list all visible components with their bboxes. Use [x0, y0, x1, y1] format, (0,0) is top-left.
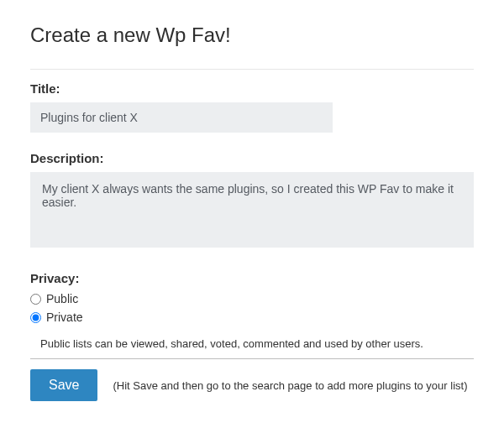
- description-label: Description:: [30, 151, 474, 165]
- privacy-radio-private[interactable]: [30, 312, 41, 323]
- privacy-radio-public[interactable]: [30, 294, 41, 305]
- privacy-label: Privacy:: [30, 271, 474, 285]
- privacy-radio-public-label: Public: [46, 292, 78, 305]
- description-input[interactable]: [30, 172, 474, 248]
- privacy-option-public[interactable]: Public: [30, 292, 474, 305]
- top-divider: [30, 69, 474, 70]
- save-button[interactable]: Save: [30, 369, 97, 401]
- bottom-divider: [30, 358, 474, 359]
- title-input[interactable]: [30, 102, 333, 133]
- action-row: Save (Hit Save and then go to the search…: [30, 369, 474, 401]
- privacy-radio-group: Public Private: [30, 292, 474, 324]
- title-label: Title:: [30, 81, 474, 96]
- privacy-option-private[interactable]: Private: [30, 311, 474, 324]
- privacy-help-text: Public lists can be viewed, shared, vote…: [30, 332, 474, 358]
- save-hint: (Hit Save and then go to the search page…: [113, 379, 467, 392]
- page-title: Create a new Wp Fav!: [30, 23, 474, 47]
- privacy-radio-private-label: Private: [46, 311, 83, 324]
